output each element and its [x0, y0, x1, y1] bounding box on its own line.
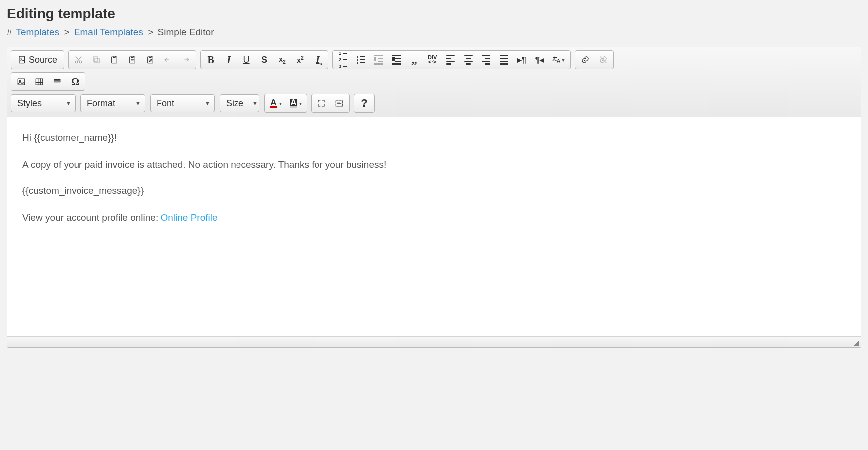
maximize-icon	[317, 99, 326, 108]
show-blocks-button[interactable]	[330, 95, 348, 111]
bg-color-button[interactable]: A▾	[286, 95, 306, 111]
special-char-button[interactable]: Ω	[66, 74, 84, 90]
editor-toolbar: Source W B I U S x2	[7, 47, 861, 117]
content-line: A copy of your paid invoice is attached.…	[22, 158, 846, 171]
breadcrumb-templates[interactable]: Templates	[16, 27, 60, 37]
format-combo-label: Format	[87, 98, 115, 109]
unlink-icon	[599, 55, 608, 64]
about-button[interactable]: ?	[355, 95, 373, 111]
align-justify-button[interactable]	[495, 52, 513, 68]
svg-rect-15	[336, 100, 343, 106]
italic-button[interactable]: I	[220, 52, 237, 68]
language-icon	[552, 55, 561, 64]
ltr-button[interactable]: ▸¶	[513, 52, 531, 68]
underline-button[interactable]: U	[237, 52, 255, 68]
chevron-down-icon: ▾	[299, 101, 302, 106]
bold-button[interactable]: B	[202, 52, 220, 68]
numbered-list-button[interactable]: 1 2 3	[334, 52, 352, 68]
scissors-icon	[74, 55, 83, 64]
bg-color-icon: A	[290, 99, 297, 108]
resize-handle[interactable]	[853, 341, 859, 346]
undo-button[interactable]	[159, 52, 177, 68]
image-icon	[17, 77, 26, 86]
help-icon: ?	[361, 97, 367, 110]
paste-word-button[interactable]: W	[141, 52, 159, 68]
omega-icon: Ω	[71, 76, 79, 88]
chevron-down-icon: ▼	[243, 100, 258, 106]
breadcrumb-email-templates[interactable]: Email Templates	[74, 27, 143, 37]
indent-icon	[392, 55, 401, 65]
svg-rect-12	[18, 79, 25, 85]
remove-format-button[interactable]: Ix	[309, 52, 327, 68]
link-icon	[581, 55, 590, 64]
chevron-down-icon: ▾	[279, 101, 282, 106]
text-color-button[interactable]: A▾	[266, 95, 286, 111]
source-icon	[18, 55, 27, 64]
cut-button[interactable]	[70, 52, 87, 68]
unlink-button[interactable]	[594, 52, 612, 68]
hr-icon	[53, 77, 62, 86]
remove-format-icon: Ix	[316, 55, 320, 65]
blockquote-button[interactable]: ,,	[405, 52, 423, 68]
language-button[interactable]: ▼	[549, 52, 569, 68]
chevron-down-icon: ▼	[126, 100, 141, 106]
quote-icon: ,,	[412, 57, 417, 63]
copy-icon	[92, 55, 101, 64]
subscript-icon: x2	[279, 55, 285, 65]
undo-icon	[163, 55, 172, 64]
outdent-button[interactable]	[370, 52, 388, 68]
bullet-list-button[interactable]	[352, 52, 370, 68]
strike-button[interactable]: S	[255, 52, 273, 68]
align-center-button[interactable]	[459, 52, 477, 68]
maximize-button[interactable]	[313, 95, 330, 111]
rtl-button[interactable]: ¶◂	[531, 52, 549, 68]
superscript-icon: x2	[297, 55, 303, 64]
svg-rect-4	[93, 57, 98, 61]
content-line: Hi {{customer_name}}!	[22, 131, 846, 144]
image-button[interactable]	[12, 74, 30, 90]
source-button[interactable]: Source	[12, 52, 63, 68]
online-profile-link[interactable]: Online Profile	[160, 212, 217, 223]
blocks-icon	[335, 99, 344, 108]
paste-text-button[interactable]	[123, 52, 141, 68]
editor-statusbar	[7, 336, 861, 347]
table-icon	[35, 77, 44, 86]
align-right-button[interactable]	[477, 52, 495, 68]
chevron-down-icon: ▼	[57, 100, 71, 106]
subscript-button[interactable]: x2	[273, 52, 291, 68]
breadcrumb-current: Simple Editor	[158, 27, 214, 37]
align-left-button[interactable]	[441, 52, 459, 68]
page-title: Editing template	[7, 6, 861, 22]
styles-combo[interactable]: Styles ▼	[11, 94, 76, 112]
text-color-icon: A	[270, 99, 277, 108]
redo-icon	[181, 55, 190, 64]
content-line: View your account profile online: Online…	[22, 211, 846, 224]
redo-button[interactable]	[177, 52, 195, 68]
outdent-icon	[374, 55, 383, 65]
svg-rect-3	[95, 58, 99, 63]
paste-text-icon	[128, 55, 137, 64]
styles-combo-label: Styles	[17, 98, 42, 109]
copy-button[interactable]	[87, 52, 105, 68]
align-right-icon	[482, 55, 490, 65]
horizontal-rule-button[interactable]	[48, 74, 66, 90]
svg-rect-14	[36, 79, 43, 85]
size-combo-label: Size	[226, 98, 243, 109]
superscript-button[interactable]: x2	[291, 52, 309, 68]
align-justify-icon	[500, 55, 508, 65]
size-combo[interactable]: Size ▼	[220, 94, 259, 112]
breadcrumb-hash: #	[7, 27, 12, 37]
editor-content-area[interactable]: Hi {{customer_name}}! A copy of your pai…	[7, 117, 861, 336]
rte-editor: Source W B I U S x2	[7, 47, 861, 348]
table-button[interactable]	[30, 74, 48, 90]
content-line: {{custom_invoice_message}}	[22, 184, 846, 197]
breadcrumb-sep: >	[64, 27, 69, 37]
indent-button[interactable]	[388, 52, 405, 68]
breadcrumb-sep: >	[148, 27, 153, 37]
div-container-button[interactable]: DIV<·>	[423, 52, 441, 68]
link-button[interactable]	[576, 52, 594, 68]
paste-button[interactable]	[105, 52, 123, 68]
format-combo[interactable]: Format ▼	[80, 94, 145, 112]
paste-icon	[110, 55, 119, 64]
font-combo[interactable]: Font ▼	[150, 94, 215, 112]
